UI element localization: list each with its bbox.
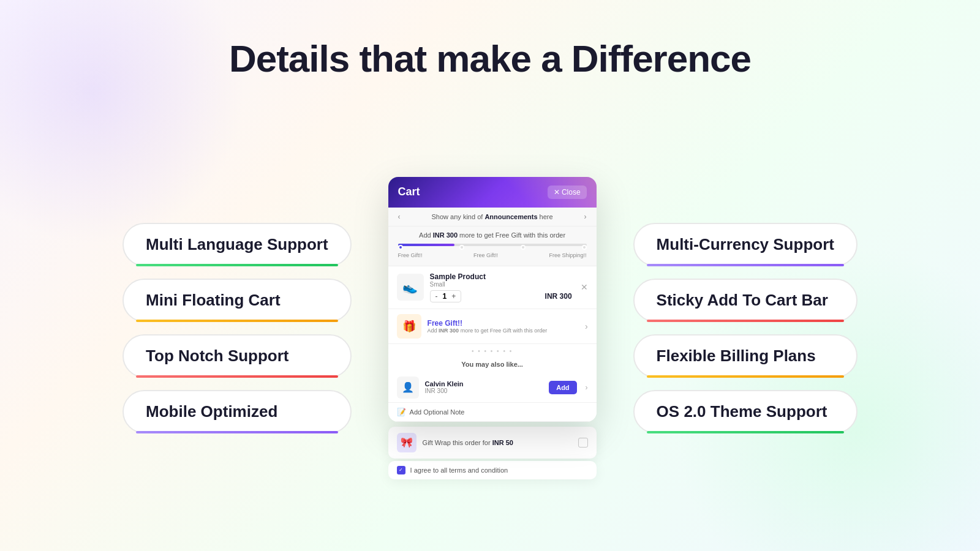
announcement-text: Show any kind of Announcements here [432, 213, 553, 220]
progress-dots [398, 245, 587, 250]
content-area: Multi Language Support Mini Floating Car… [0, 105, 980, 551]
progress-dot-3 [521, 245, 526, 250]
rec-item-image: 👤 [397, 377, 419, 399]
terms-label: I agree to all terms and condition [410, 467, 508, 474]
announcement-prev-icon[interactable]: ‹ [398, 212, 401, 221]
feature-label-billing-plans: Flexible Billing Plans [657, 347, 816, 365]
qty-increase-button[interactable]: + [450, 292, 457, 301]
feature-pill-sticky-cart[interactable]: Sticky Add To Cart Bar [633, 279, 858, 322]
terms-checkbox[interactable]: ✓ [397, 466, 405, 474]
cart-mockup-wrapper: Cart ✕ Close ‹ Show any kind of Announce… [388, 177, 597, 479]
feature-pill-multi-currency[interactable]: Multi-Currency Support [633, 223, 858, 266]
item-details: Sample Product Small - 1 + INR 300 [430, 272, 572, 302]
feature-label-multi-currency: Multi-Currency Support [657, 235, 834, 254]
rec-item-name: Calvin Klein [425, 380, 543, 388]
gift-details: Free Gift!! Add INR 300 more to get Free… [428, 319, 579, 334]
page-title: Details that make a Difference [229, 37, 751, 80]
progress-dot-1 [398, 245, 403, 250]
item-qty-price: - 1 + INR 300 [430, 290, 572, 302]
cart-title: Cart [398, 186, 420, 198]
cart-modal: Cart ✕ Close ‹ Show any kind of Announce… [388, 177, 597, 422]
progress-label-2: Free Gift!! [473, 252, 498, 258]
gift-wrap-bar: 🎀 Gift Wrap this order for INR 50 [388, 427, 597, 459]
feature-pill-mobile-optimized[interactable]: Mobile Optimized [123, 390, 352, 433]
progress-labels: Free Gift!! Free Gift!! Free Shipping!! [398, 252, 587, 258]
recommended-item: 👤 Calvin Klein INR 300 Add › [388, 373, 597, 403]
left-features: Multi Language Support Mini Floating Car… [123, 223, 352, 433]
cart-announcement: ‹ Show any kind of Announcements here › [388, 208, 597, 227]
close-button[interactable]: ✕ Close [548, 186, 587, 199]
gift-wrap-icon: 🎀 [397, 433, 417, 452]
feature-label-multi-language: Multi Language Support [146, 235, 328, 254]
add-note-section[interactable]: 📝 Add Optional Note [388, 403, 597, 422]
feature-label-os-theme: OS 2.0 Theme Support [657, 402, 827, 421]
item-name: Sample Product [430, 272, 572, 281]
free-gift-section: 🎁 Free Gift!! Add INR 300 more to get Fr… [388, 309, 597, 344]
right-features: Multi-Currency Support Sticky Add To Car… [633, 223, 858, 433]
rec-add-button[interactable]: Add [549, 381, 576, 394]
cart-body: 👟 Sample Product Small - 1 + INR 300 [388, 266, 597, 422]
add-note-label: Add Optional Note [410, 408, 465, 416]
gift-image: 🎁 [397, 314, 421, 339]
feature-pill-top-notch[interactable]: Top Notch Support [123, 334, 352, 378]
cart-dots: • • • • • • • [388, 344, 597, 358]
rec-expand-icon[interactable]: › [586, 383, 588, 392]
progress-dot-4 [582, 245, 587, 250]
progress-dot-2 [459, 245, 464, 250]
progress-label-1: Free Gift!! [398, 252, 423, 258]
progress-bar-container [398, 244, 587, 250]
announcement-next-icon[interactable]: › [584, 212, 587, 221]
cart-progress-text: Add INR 300 more to get Free Gift with t… [398, 231, 587, 239]
rec-item-details: Calvin Klein INR 300 [425, 380, 543, 394]
cart-progress-section: Add INR 300 more to get Free Gift with t… [388, 227, 597, 266]
qty-value: 1 [443, 292, 447, 301]
gift-title: Free Gift!! [428, 319, 579, 328]
qty-controls: - 1 + [430, 290, 462, 302]
cart-header: Cart ✕ Close [388, 177, 597, 208]
feature-label-mini-cart: Mini Floating Cart [146, 291, 281, 310]
item-price: INR 300 [545, 292, 572, 301]
feature-pill-multi-language[interactable]: Multi Language Support [123, 223, 352, 266]
item-remove-button[interactable]: ✕ [581, 282, 588, 292]
page-wrapper: Details that make a Difference Multi Lan… [0, 0, 980, 551]
qty-decrease-button[interactable]: - [434, 292, 439, 301]
gift-expand-icon[interactable]: › [585, 321, 588, 331]
recommendation-label: You may also like... [388, 358, 597, 373]
feature-label-mobile-optimized: Mobile Optimized [146, 402, 277, 421]
feature-label-top-notch: Top Notch Support [146, 347, 288, 365]
feature-pill-mini-cart[interactable]: Mini Floating Cart [123, 279, 352, 322]
rec-item-price: INR 300 [425, 388, 543, 394]
cart-item: 👟 Sample Product Small - 1 + INR 300 [388, 266, 597, 309]
terms-bar: ✓ I agree to all terms and condition [388, 461, 597, 479]
feature-pill-os-theme[interactable]: OS 2.0 Theme Support [633, 390, 858, 433]
item-variant: Small [430, 281, 572, 288]
progress-label-3: Free Shipping!! [549, 252, 587, 258]
gift-wrap-text: Gift Wrap this order for INR 50 [423, 439, 572, 446]
feature-label-sticky-cart: Sticky Add To Cart Bar [657, 291, 828, 310]
item-image: 👟 [397, 274, 424, 301]
feature-pill-billing-plans[interactable]: Flexible Billing Plans [633, 334, 858, 378]
note-icon: 📝 [397, 408, 406, 416]
gift-desc: Add INR 300 more to get Free Gift with t… [428, 328, 579, 334]
gift-wrap-checkbox[interactable] [578, 438, 588, 448]
